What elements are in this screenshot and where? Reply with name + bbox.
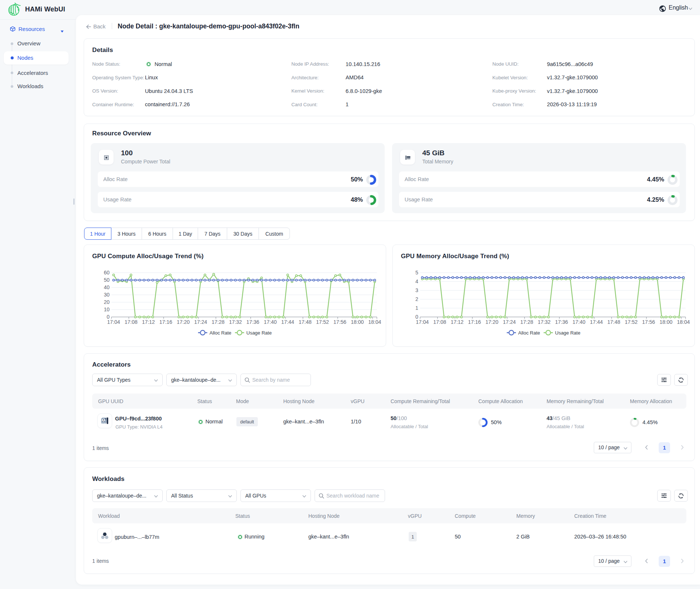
svg-text:3: 3: [415, 287, 418, 293]
svg-text:Alloc Rate: Alloc Rate: [209, 330, 231, 336]
svg-text:40: 40: [104, 284, 110, 290]
svg-text:17:40: 17:40: [572, 319, 585, 325]
svg-text:18:00: 18:00: [351, 319, 364, 325]
svg-text:0: 0: [415, 314, 418, 320]
svg-text:17:44: 17:44: [590, 319, 603, 325]
svg-text:17:48: 17:48: [299, 319, 312, 325]
svg-text:17:44: 17:44: [281, 319, 294, 325]
svg-text:50: 50: [104, 277, 110, 283]
svg-text:17:52: 17:52: [316, 319, 329, 325]
svg-text:17:24: 17:24: [194, 319, 207, 325]
svg-text:17:32: 17:32: [538, 319, 551, 325]
svg-text:17:20: 17:20: [485, 319, 498, 325]
svg-text:18:04: 18:04: [368, 319, 381, 325]
svg-text:17:52: 17:52: [625, 319, 638, 325]
svg-text:17:08: 17:08: [125, 319, 138, 325]
svg-text:18:04: 18:04: [677, 319, 690, 325]
svg-text:0: 0: [107, 314, 110, 320]
svg-text:Usage Rate: Usage Rate: [246, 330, 272, 336]
svg-text:17:28: 17:28: [212, 319, 225, 325]
svg-text:17:36: 17:36: [246, 319, 259, 325]
svg-text:17:12: 17:12: [451, 319, 464, 325]
svg-text:17:32: 17:32: [229, 319, 242, 325]
svg-text:17:16: 17:16: [468, 319, 481, 325]
svg-text:17:24: 17:24: [503, 319, 516, 325]
svg-text:30: 30: [104, 292, 110, 298]
svg-text:Usage Rate: Usage Rate: [555, 330, 581, 336]
svg-text:10: 10: [104, 306, 110, 312]
svg-text:17:12: 17:12: [142, 319, 155, 325]
svg-text:17:56: 17:56: [642, 319, 655, 325]
svg-text:17:20: 17:20: [177, 319, 190, 325]
svg-text:1: 1: [415, 305, 418, 311]
svg-text:Alloc Rate: Alloc Rate: [518, 330, 540, 336]
svg-text:60: 60: [104, 270, 110, 276]
svg-text:17:28: 17:28: [520, 319, 533, 325]
svg-text:2: 2: [415, 296, 418, 302]
svg-text:5: 5: [415, 270, 418, 276]
svg-text:4: 4: [415, 278, 418, 284]
svg-text:20: 20: [104, 299, 110, 305]
svg-text:17:16: 17:16: [159, 319, 172, 325]
svg-text:18:00: 18:00: [659, 319, 672, 325]
svg-text:17:36: 17:36: [555, 319, 568, 325]
svg-text:17:48: 17:48: [607, 319, 620, 325]
svg-text:17:40: 17:40: [264, 319, 277, 325]
svg-text:17:56: 17:56: [333, 319, 346, 325]
svg-text:17:08: 17:08: [433, 319, 446, 325]
